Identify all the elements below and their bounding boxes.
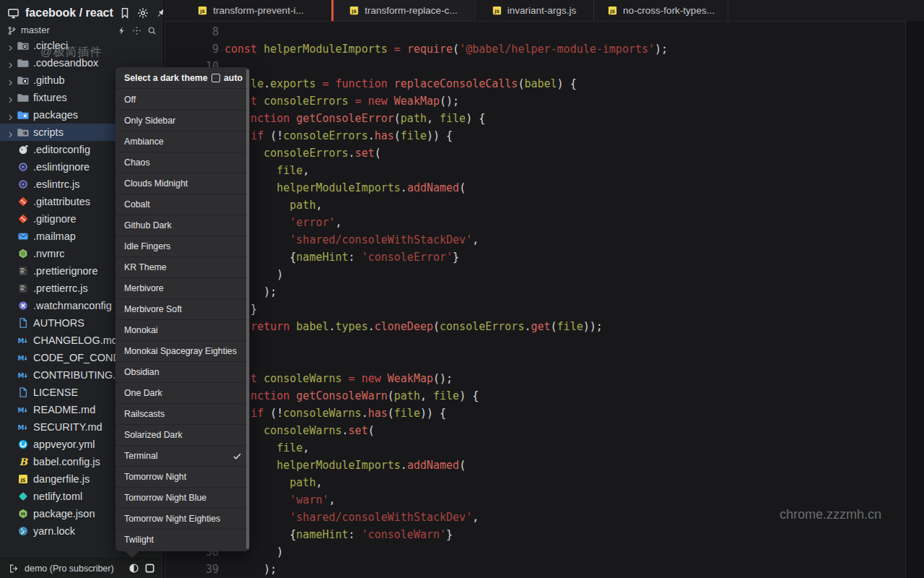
code-line: } [225,301,668,318]
account-label[interactable]: demo (Pro subscriber) [25,564,123,574]
bookmark-icon[interactable] [119,7,131,19]
watermark-overlay: @极简插件 [40,45,102,60]
theme-option-one-dark[interactable]: One Dark [116,382,250,403]
gear-icon[interactable] [137,7,149,19]
code-line: 'warn', [225,491,668,509]
svg-text:JS: JS [494,9,500,14]
theme-option-monokai[interactable]: Monokai [116,319,250,340]
code-pane[interactable]: 8910111213141516171819202122232425262728… [165,21,906,578]
code-line [225,353,668,370]
branch-name[interactable]: master [21,25,113,35]
tree-item-label: .github [33,74,65,86]
svg-text:JS: JS [352,9,357,14]
theme-option-monokai-spacegray-eighties[interactable]: Monokai Spacegray Eighties [116,340,250,361]
theme-option-tomorrow-night[interactable]: Tomorrow Night [116,466,250,487]
md-icon: M [17,335,29,346]
theme-option-label: Monokai Spacegray Eighties [124,346,237,356]
editor-tab-4[interactable]: JSno-cross-fork-types... [594,0,728,21]
tree-item-label: .mailmap [33,230,76,242]
editor-tab-3[interactable]: JSinvariant-args.js [475,0,593,21]
theme-option-label: Cobalt [124,199,150,210]
code-line: const helperModuleImports = require('@ba… [225,40,668,58]
code-line: {nameHint: 'consoleError'} [225,249,668,266]
md-icon: M [17,352,29,363]
app-window: facebook / react master .circleci.codesa… [0,0,924,578]
theme-option-obsidian[interactable]: Obsidian [116,361,250,382]
svg-text:M: M [18,337,25,345]
theme-option-label: Clouds Midnight [124,178,188,189]
lightning-icon[interactable] [117,25,126,35]
active-tab-indicator [331,0,334,21]
repo-title: facebook / react [25,7,113,20]
theme-menu-title: Select a dark theme [124,73,212,83]
tree-item-label: .eslintrc.js [33,178,79,190]
tree-item-label: .editorconfig [33,144,90,155]
theme-option-off[interactable]: Off [116,89,250,110]
theme-option-merbivore-soft[interactable]: Merbivore Soft [116,298,250,319]
chevron-right-icon[interactable] [6,59,14,67]
sign-out-icon[interactable] [9,564,19,574]
chevron-right-icon[interactable] [6,94,14,102]
chevron-right-icon[interactable] [6,77,14,85]
check-icon [232,452,242,461]
line-number: 9 [165,40,219,58]
box-icon [17,109,29,121]
prettier-icon [17,265,29,277]
js-file-icon: JS [607,5,618,16]
theme-option-only-sidebar[interactable]: Only Sidebar [116,110,250,131]
pkg-icon [17,508,29,519]
repo-icon [7,7,19,20]
theme-option-tomorrow-night-eighties[interactable]: Tomorrow Night Eighties [116,508,250,529]
code-line: if (!consoleWarns.has(file)) { [225,405,668,422]
svg-text:M: M [18,372,25,379]
theme-option-github-dark[interactable]: Github Dark [116,215,250,236]
editor-tab-2[interactable]: JStransform-replace-c... [334,0,473,21]
theme-option-label: Merbivore [124,283,164,293]
node-icon [17,248,29,259]
netlify-icon [17,491,29,502]
tree-item-label: package.json [33,508,95,519]
auto-checkbox[interactable] [212,74,220,82]
expand-icon[interactable] [132,25,141,35]
theme-option-label: Chaos [124,158,150,168]
theme-option-chaos[interactable]: Chaos [116,152,250,173]
yarn-icon [17,525,29,537]
theme-option-idle-fingers[interactable]: Idle Fingers [116,236,250,256]
tree-item-label: AUTHORS [33,317,84,329]
editor-tab-1[interactable]: JStransform-prevent-i... [170,0,331,21]
search-icon[interactable] [147,25,157,35]
theme-option-twilight[interactable]: Twilight [116,529,250,550]
theme-option-clouds-midnight[interactable]: Clouds Midnight [116,173,250,194]
theme-option-label: Off [124,95,136,105]
theme-option-label: Monokai [124,325,157,335]
theme-menu-scrollbar[interactable] [246,69,249,549]
tree-item-label: packages [33,109,78,121]
line-number: 8 [165,23,219,40]
code-line: } [225,335,668,353]
circleci-icon [17,40,29,51]
theme-option-cobalt[interactable]: Cobalt [116,194,250,215]
theme-option-railscasts[interactable]: Railscasts [116,403,250,424]
code-line: helperModuleImports.addNamed( [225,179,668,197]
theme-option-tomorrow-night-blue[interactable]: Tomorrow Night Blue [116,487,250,508]
code-line: path, [225,474,668,491]
code-line: let consoleWarns = new WeakMap(); [225,370,668,387]
js-file-icon: JS [197,5,208,16]
theme-option-solarized-dark[interactable]: Solarized Dark [116,424,250,445]
code-line: function getConsoleWarn(path, file) { [225,387,668,405]
chevron-right-icon[interactable] [6,111,14,119]
pin-icon[interactable] [155,7,164,19]
tree-item-label: babel.config.js [33,456,100,467]
tree-item-label: fixtures [33,92,67,103]
layout-toggle-icon[interactable] [144,563,155,574]
code-line: 'error', [225,214,668,231]
theme-toggle-icon[interactable] [128,563,139,574]
chevron-right-icon[interactable] [6,129,14,137]
chevron-right-icon[interactable] [6,42,14,50]
theme-option-ambiance[interactable]: Ambiance [116,131,250,152]
code-line: module.exports = function replaceConsole… [225,75,668,92]
tree-item-label: .nvmrc [33,248,65,259]
theme-option-kr-theme[interactable]: KR Theme [116,256,250,277]
theme-option-terminal[interactable]: Terminal [116,445,250,466]
theme-option-merbivore[interactable]: Merbivore [116,277,250,298]
